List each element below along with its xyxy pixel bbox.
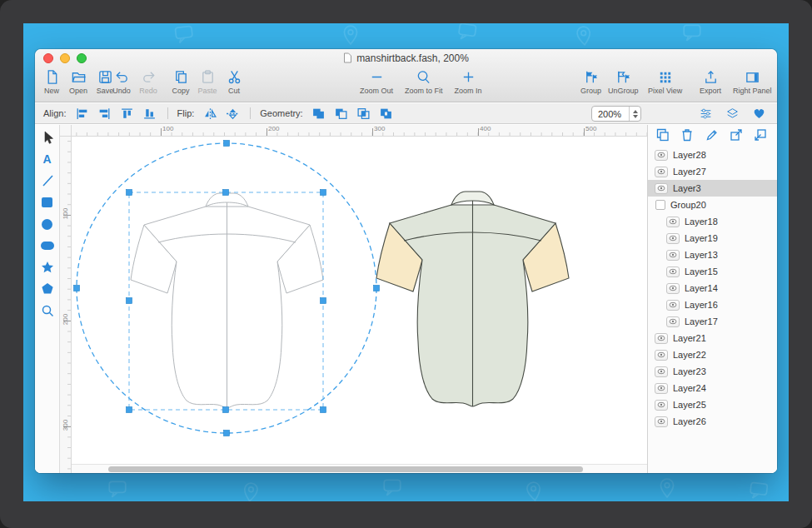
geometry-exclude-button[interactable] xyxy=(378,106,395,121)
delete-layer-button[interactable] xyxy=(679,127,695,142)
selection-handle[interactable] xyxy=(223,407,229,413)
ungroup-label: UnGroup xyxy=(608,87,639,95)
open-button[interactable]: Open xyxy=(68,69,88,95)
layer-visibility-toggle[interactable] xyxy=(655,350,668,361)
geometry-intersect-button[interactable] xyxy=(356,106,372,121)
export-layer-button[interactable] xyxy=(728,127,744,142)
group-button[interactable]: Group xyxy=(580,69,601,95)
zoom-to-fit-button[interactable]: Zoom to Fit xyxy=(405,69,443,95)
layer-visibility-toggle[interactable] xyxy=(666,316,680,327)
duplicate-layer-button[interactable] xyxy=(655,127,670,142)
layer-visibility-toggle[interactable] xyxy=(666,266,680,277)
layer-row[interactable]: Layer17 xyxy=(648,313,777,330)
scrollbar-thumb[interactable] xyxy=(108,466,583,472)
layer-row[interactable]: Layer27 xyxy=(648,163,777,180)
shirt-outline-object[interactable] xyxy=(131,193,323,408)
align-right-button[interactable] xyxy=(97,106,113,121)
layers-panel-button[interactable] xyxy=(725,106,740,121)
horizontal-scrollbar[interactable] xyxy=(72,464,647,473)
favorites-button[interactable] xyxy=(751,106,767,121)
copy-button[interactable]: Copy xyxy=(171,69,191,95)
layer-row[interactable]: Layer14 xyxy=(648,280,777,296)
geometry-subtract-button[interactable] xyxy=(333,106,350,121)
flip-horizontal-button[interactable] xyxy=(202,106,218,121)
paste-button[interactable]: Paste xyxy=(197,69,217,95)
selection-handle[interactable] xyxy=(224,431,230,436)
layer-visibility-toggle[interactable] xyxy=(666,233,680,244)
import-layer-button[interactable] xyxy=(753,127,769,142)
align-bottom-button[interactable] xyxy=(142,106,158,121)
layer-visibility-toggle[interactable] xyxy=(655,383,668,394)
group-checkbox[interactable] xyxy=(655,200,665,210)
shirt-colored-object[interactable] xyxy=(376,192,569,406)
zoom-in-button[interactable]: Zoom In xyxy=(455,69,482,95)
selection-handle[interactable] xyxy=(321,407,326,413)
tool-rectangle[interactable] xyxy=(38,194,57,211)
tool-rounded-rect[interactable] xyxy=(38,237,57,254)
tool-zoom[interactable] xyxy=(38,302,57,319)
group-row[interactable]: Group20 xyxy=(648,197,777,213)
layer-visibility-toggle[interactable] xyxy=(655,167,668,177)
tool-text[interactable]: A xyxy=(38,151,57,167)
canvas-scene[interactable] xyxy=(72,137,645,473)
layer-visibility-toggle[interactable] xyxy=(666,217,680,227)
align-left-button[interactable] xyxy=(74,106,91,121)
selection-handle[interactable] xyxy=(127,298,132,304)
selection-handle[interactable] xyxy=(74,286,80,291)
layer-visibility-toggle[interactable] xyxy=(655,416,668,427)
layer-row[interactable]: Layer18 xyxy=(648,213,777,230)
zoom-level-select[interactable]: 200% xyxy=(591,106,641,122)
new-button[interactable]: New xyxy=(42,69,62,95)
ungroup-button[interactable]: UnGroup xyxy=(608,69,639,95)
layer-row[interactable]: Layer16 xyxy=(648,296,777,313)
selection-handle[interactable] xyxy=(224,141,230,147)
layer-row[interactable]: Layer19 xyxy=(648,230,777,247)
settings-sliders-button[interactable] xyxy=(698,106,714,121)
layer-row[interactable]: Layer13 xyxy=(648,247,777,263)
layer-row-selected[interactable]: Layer3 xyxy=(648,180,777,197)
selection-handle[interactable] xyxy=(223,190,229,196)
layer-visibility-toggle[interactable] xyxy=(666,283,680,294)
tool-star[interactable] xyxy=(38,259,57,276)
layer-row[interactable]: Layer26 xyxy=(648,413,777,430)
layer-visibility-toggle[interactable] xyxy=(655,400,668,411)
layer-row[interactable]: Layer15 xyxy=(648,263,777,280)
right-panel-button[interactable]: Right Panel xyxy=(733,69,772,95)
selection-handle[interactable] xyxy=(127,407,132,413)
selection-handle[interactable] xyxy=(321,190,326,196)
flip-vertical-button[interactable] xyxy=(224,106,241,121)
layer-row[interactable]: Layer21 xyxy=(648,330,777,346)
layer-visibility-toggle[interactable] xyxy=(655,366,668,377)
geometry-union-button[interactable] xyxy=(311,106,327,121)
layer-row[interactable]: Layer23 xyxy=(648,363,777,380)
tool-line[interactable] xyxy=(38,172,57,189)
layer-row[interactable]: Layer24 xyxy=(648,380,777,396)
tool-ellipse[interactable] xyxy=(38,216,57,232)
align-top-button[interactable] xyxy=(119,106,136,121)
layer-row[interactable]: Layer25 xyxy=(648,396,777,413)
undo-button[interactable]: Undo xyxy=(112,69,132,95)
selection-handle[interactable] xyxy=(321,298,326,304)
cut-button[interactable]: Cut xyxy=(224,69,244,95)
canvas[interactable] xyxy=(72,137,647,473)
layer-visibility-toggle[interactable] xyxy=(655,333,668,344)
tool-select[interactable] xyxy=(38,129,57,146)
pixel-view-button[interactable]: Pixel View xyxy=(648,69,682,95)
edit-layer-button[interactable] xyxy=(704,127,720,142)
layer-visibility-toggle[interactable] xyxy=(655,183,668,194)
layer-visibility-toggle[interactable] xyxy=(666,250,680,261)
group-label: Group xyxy=(580,87,601,95)
selection-handle[interactable] xyxy=(127,190,132,196)
titlebar[interactable]: manshirtback.fash, 200% xyxy=(35,49,777,66)
layer-row[interactable]: Layer22 xyxy=(648,346,777,363)
layer-visibility-toggle[interactable] xyxy=(666,300,680,311)
tool-polygon[interactable] xyxy=(38,281,57,297)
export-button[interactable]: Export xyxy=(700,69,721,95)
selection-handle[interactable] xyxy=(374,286,380,291)
layer-row[interactable]: Layer28 xyxy=(648,147,777,163)
format-bar: Align: Flip: Geometry: 200% xyxy=(35,103,777,124)
zoom-stepper[interactable] xyxy=(629,107,640,121)
layer-visibility-toggle[interactable] xyxy=(655,150,668,161)
redo-button[interactable]: Redo xyxy=(138,69,158,95)
zoom-out-button[interactable]: Zoom Out xyxy=(360,69,393,95)
